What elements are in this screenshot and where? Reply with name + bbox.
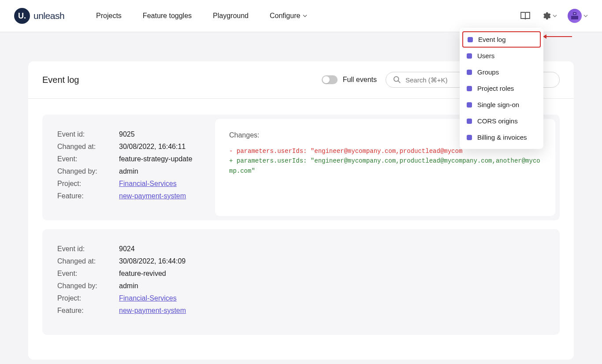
detail-label: Event id: bbox=[57, 130, 119, 138]
arrow-annotation bbox=[546, 36, 572, 37]
dropdown-item-label: Billing & invoices bbox=[477, 134, 527, 141]
dropdown-item-label: CORS origins bbox=[477, 117, 518, 125]
dropdown-bullet-icon bbox=[467, 70, 472, 75]
dropdown-item-single-sign-on[interactable]: Single sign-on bbox=[460, 97, 543, 113]
detail-row-project: Project: Financial-Services bbox=[57, 180, 200, 188]
dropdown-item-event-log[interactable]: Event log bbox=[462, 31, 541, 48]
detail-row-changed-by: Changed by: admin bbox=[57, 167, 200, 175]
feature-link[interactable]: new-payment-system bbox=[119, 192, 186, 200]
logo-icon: U. bbox=[14, 8, 30, 24]
dropdown-bullet-icon bbox=[467, 53, 472, 59]
dropdown-item-label: Users bbox=[477, 52, 494, 59]
nav-configure-label: Configure bbox=[270, 12, 300, 20]
event-details: Event id: 9024 Changed at: 30/08/2022, 1… bbox=[42, 229, 215, 335]
dropdown-item-project-roles[interactable]: Project roles bbox=[460, 80, 543, 97]
avatar bbox=[568, 9, 582, 23]
toggle-label: Full events bbox=[343, 76, 377, 84]
svg-rect-1 bbox=[571, 16, 578, 19]
feature-link[interactable]: new-payment-system bbox=[119, 307, 186, 315]
detail-value: feature-revived bbox=[119, 270, 166, 278]
event-details: Event id: 9025 Changed at: 30/08/2022, 1… bbox=[42, 115, 215, 220]
detail-row-changed-at: Changed at: 30/08/2022, 16:46:11 bbox=[57, 143, 200, 151]
nav-feature-toggles[interactable]: Feature toggles bbox=[143, 12, 192, 20]
dropdown-item-label: Groups bbox=[477, 68, 499, 76]
detail-value: admin bbox=[119, 282, 138, 290]
dropdown-item-label: Project roles bbox=[477, 85, 514, 92]
chevron-down-icon bbox=[553, 15, 557, 17]
detail-label: Changed at: bbox=[57, 257, 119, 265]
detail-label: Changed at: bbox=[57, 143, 119, 151]
page-title: Event log bbox=[42, 75, 79, 85]
header-right bbox=[520, 9, 588, 23]
dropdown-item-label: Event log bbox=[478, 36, 506, 43]
settings-dropdown: Event log Users Groups Project roles Sin… bbox=[460, 28, 543, 149]
detail-row-feature: Feature: new-payment-system bbox=[57, 192, 200, 200]
user-menu-trigger[interactable] bbox=[568, 9, 588, 23]
detail-label: Event: bbox=[57, 270, 119, 278]
main-nav: Projects Feature toggles Playground Conf… bbox=[96, 12, 307, 20]
detail-value: 30/08/2022, 16:44:09 bbox=[119, 257, 186, 265]
detail-label: Feature: bbox=[57, 307, 119, 315]
detail-label: Changed by: bbox=[57, 167, 119, 175]
dropdown-item-billing-invoices[interactable]: Billing & invoices bbox=[460, 129, 543, 145]
detail-label: Event id: bbox=[57, 245, 119, 253]
detail-row-project: Project: Financial-Services bbox=[57, 294, 200, 302]
detail-row-event: Event: feature-strategy-update bbox=[57, 155, 200, 163]
detail-label: Project: bbox=[57, 180, 119, 188]
gear-icon bbox=[541, 11, 551, 21]
toggle-knob bbox=[323, 76, 330, 83]
search-icon bbox=[393, 76, 401, 84]
detail-label: Event: bbox=[57, 155, 119, 163]
chevron-down-icon bbox=[583, 15, 588, 17]
dropdown-item-label: Single sign-on bbox=[477, 101, 519, 108]
event-card: Event id: 9024 Changed at: 30/08/2022, 1… bbox=[42, 229, 560, 335]
detail-value: admin bbox=[119, 167, 138, 175]
nav-configure[interactable]: Configure bbox=[270, 12, 307, 20]
detail-row-feature: Feature: new-payment-system bbox=[57, 307, 200, 315]
detail-value: 9025 bbox=[119, 130, 135, 138]
docs-icon[interactable] bbox=[520, 11, 531, 20]
dropdown-bullet-icon bbox=[467, 119, 472, 124]
dropdown-bullet-icon bbox=[467, 102, 472, 108]
detail-label: Feature: bbox=[57, 192, 119, 200]
dropdown-item-cors-origins[interactable]: CORS origins bbox=[460, 113, 543, 129]
svg-rect-2 bbox=[574, 13, 576, 14]
detail-label: Project: bbox=[57, 294, 119, 302]
detail-label: Changed by: bbox=[57, 282, 119, 290]
project-link[interactable]: Financial-Services bbox=[119, 294, 177, 302]
detail-value: 30/08/2022, 16:46:11 bbox=[119, 143, 186, 151]
diff-added: + parameters.userIds: "engineer@mycompan… bbox=[229, 156, 541, 176]
avatar-icon bbox=[570, 11, 579, 20]
nav-playground[interactable]: Playground bbox=[213, 12, 249, 20]
dropdown-item-users[interactable]: Users bbox=[460, 48, 543, 64]
logo[interactable]: U. unleash bbox=[14, 8, 64, 24]
detail-row-event-id: Event id: 9024 bbox=[57, 245, 200, 253]
detail-row-event: Event: feature-revived bbox=[57, 270, 200, 278]
project-link[interactable]: Financial-Services bbox=[119, 180, 177, 188]
chevron-down-icon bbox=[303, 14, 307, 18]
settings-menu-trigger[interactable] bbox=[541, 11, 557, 21]
svg-point-3 bbox=[394, 77, 399, 82]
logo-text: unleash bbox=[33, 11, 64, 21]
dropdown-item-groups[interactable]: Groups bbox=[460, 64, 543, 80]
full-events-toggle-group: Full events bbox=[322, 75, 377, 84]
detail-row-event-id: Event id: 9025 bbox=[57, 130, 200, 138]
dropdown-bullet-icon bbox=[467, 86, 472, 91]
full-events-toggle[interactable] bbox=[322, 75, 338, 84]
detail-row-changed-by: Changed by: admin bbox=[57, 282, 200, 290]
detail-value: feature-strategy-update bbox=[119, 155, 192, 163]
dropdown-bullet-icon bbox=[467, 135, 472, 140]
dropdown-bullet-icon bbox=[468, 37, 473, 42]
detail-value: 9024 bbox=[119, 245, 135, 253]
nav-projects[interactable]: Projects bbox=[96, 12, 122, 20]
detail-row-changed-at: Changed at: 30/08/2022, 16:44:09 bbox=[57, 257, 200, 265]
